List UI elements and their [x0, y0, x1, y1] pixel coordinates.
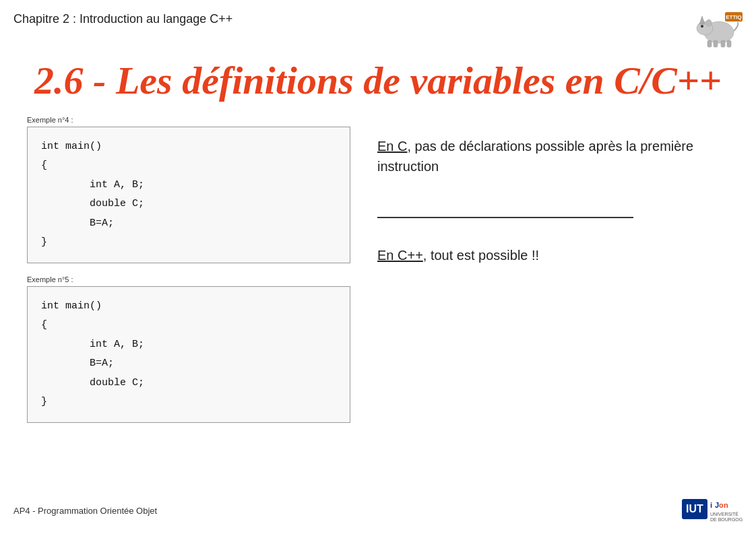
en-c-underline: En C: [377, 139, 407, 154]
svg-text:i: i: [710, 501, 712, 509]
footer-bar: AP4 - Programmation Orientée Objet IUT i…: [0, 496, 756, 526]
code-line-4: double C;: [41, 195, 336, 214]
example-5-section: Exemple n°5 : int main() { int A, B; B=A…: [27, 275, 350, 423]
ettiq-logo: ETTIQ: [695, 12, 743, 49]
svg-text:ETTIQ: ETTIQ: [726, 14, 742, 20]
page-header: Chapitre 2 : Introduction au langage C++…: [0, 0, 756, 56]
description-2-block: En C++, tout est possible !!: [377, 238, 729, 299]
example-5-code: int main() { int A, B; B=A; double C; }: [27, 286, 350, 423]
en-cpp-underline: En C++: [377, 248, 423, 263]
code-line-e5-1: int main(): [41, 297, 336, 316]
desc2-rest: , tout est possible !!: [423, 248, 539, 263]
footer-text: AP4 - Programmation Orientée Objet: [13, 506, 157, 516]
code-line-e5-6: }: [41, 393, 336, 412]
content-area: Exemple n°4 : int main() { int A, B; dou…: [0, 116, 756, 435]
chapter-title: Chapitre 2 : Introduction au langage C++: [13, 12, 232, 26]
code-line-5: B=A;: [41, 214, 336, 234]
code-line-e5-3: int A, B;: [41, 335, 336, 355]
iut-logo: IUT i J o n UNIVERSITÉ DE BOURGOGNE: [682, 496, 743, 526]
iut-dijon-logo-icon: IUT i J o n UNIVERSITÉ DE BOURGOGNE: [682, 496, 743, 526]
code-line-3: int A, B;: [41, 176, 336, 195]
svg-rect-4: [707, 40, 712, 47]
svg-rect-5: [714, 40, 718, 47]
description-1-block: En C, pas de déclarations possible après…: [377, 129, 729, 210]
code-line-2: {: [41, 156, 336, 176]
svg-text:n: n: [724, 501, 728, 509]
desc1-rest: , pas de déclarations possible après la …: [377, 139, 693, 174]
svg-marker-2: [699, 16, 705, 24]
example-4-code: int main() { int A, B; double C; B=A; }: [27, 127, 350, 263]
right-column: En C, pas de déclarations possible après…: [377, 116, 729, 435]
section-divider: [377, 217, 633, 218]
example-4-label: Exemple n°4 :: [27, 116, 350, 124]
main-title-area: 2.6 - Les définitions de variables en C/…: [0, 56, 756, 116]
code-line-6: }: [41, 233, 336, 253]
svg-rect-6: [721, 40, 725, 47]
svg-text:IUT: IUT: [686, 503, 703, 514]
description-2-text: En C++, tout est possible !!: [377, 245, 729, 265]
svg-text:o: o: [719, 501, 724, 509]
example-4-section: Exemple n°4 : int main() { int A, B; dou…: [27, 116, 350, 263]
left-column: Exemple n°4 : int main() { int A, B; dou…: [27, 116, 350, 435]
code-line-e5-4: B=A;: [41, 354, 336, 374]
svg-text:UNIVERSITÉ: UNIVERSITÉ: [710, 511, 738, 516]
rhino-icon: ETTIQ: [695, 12, 743, 49]
code-line-1: int main(): [41, 137, 336, 157]
svg-point-8: [706, 20, 712, 26]
code-line-e5-5: double C;: [41, 374, 336, 393]
svg-rect-7: [727, 40, 731, 47]
slide-title: 2.6 - Les définitions de variables en C/…: [27, 59, 729, 102]
code-line-e5-2: {: [41, 316, 336, 335]
svg-point-3: [701, 25, 703, 28]
description-1-text: En C, pas de déclarations possible après…: [377, 136, 729, 176]
svg-text:DE BOURGOGNE: DE BOURGOGNE: [710, 517, 743, 522]
example-5-label: Exemple n°5 :: [27, 275, 350, 283]
